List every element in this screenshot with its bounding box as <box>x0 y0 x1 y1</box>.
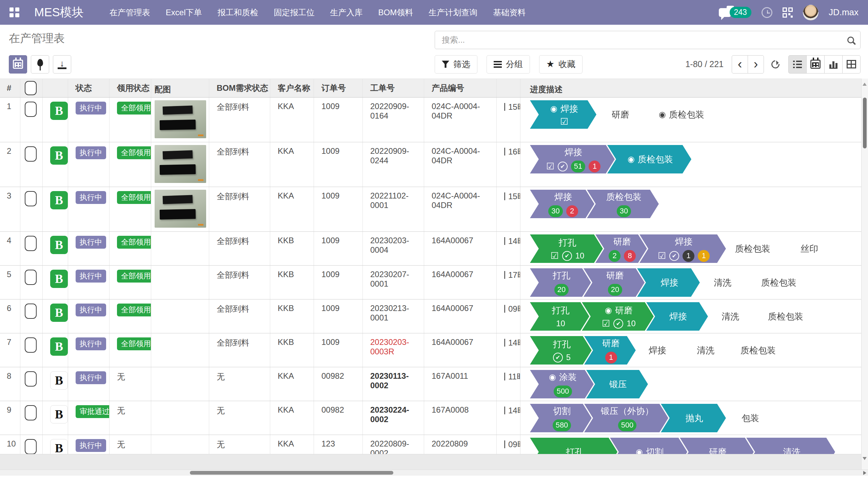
table-row[interactable]: 9B审批通过无无KKA0098220230224-0002167A000814时… <box>0 401 861 435</box>
process-step-chevron[interactable]: 锻压 <box>586 370 648 398</box>
chart-view-button[interactable] <box>824 55 843 74</box>
horizontal-scrollbar-thumb[interactable] <box>190 471 393 475</box>
search-box[interactable] <box>435 31 861 49</box>
process-step-chevron[interactable]: 打孔☑✔10 <box>530 234 603 263</box>
process-step-chevron[interactable]: 锻压（外协）500 <box>584 404 668 432</box>
product-photo[interactable] <box>155 145 206 183</box>
search-input[interactable] <box>441 35 847 45</box>
table-row[interactable]: 5B执行中全部领用全部到料KKB100920230207-0001164A000… <box>0 266 861 299</box>
menu-item-production-in[interactable]: 生产入库 <box>330 7 363 18</box>
process-step-chevron[interactable]: 研磨28 <box>595 234 647 263</box>
process-step-chevron[interactable]: 清洗 <box>692 268 751 297</box>
process-step-chevron[interactable]: 打孔20 <box>530 268 591 297</box>
export-button[interactable] <box>53 55 71 74</box>
process-step-chevron[interactable]: 打孔✔5 <box>530 336 592 365</box>
row-checkbox[interactable] <box>25 337 37 353</box>
scroll-right-arrow-icon[interactable] <box>863 471 866 475</box>
download-icon <box>58 60 66 69</box>
next-page-button[interactable]: › <box>748 55 764 74</box>
process-step-chevron[interactable]: 研磨1 <box>584 336 636 365</box>
table-row[interactable]: 1B执行中全部领用全部到料KKA100920220909-0164024C-A0… <box>0 98 861 142</box>
activity-clock-icon[interactable] <box>762 7 772 18</box>
table-row[interactable]: 6B执行中全部领用全部到料KKB100920230213-0001164A000… <box>0 299 861 333</box>
row-checkbox[interactable] <box>25 405 37 420</box>
apps-grid-icon[interactable] <box>9 7 19 17</box>
process-step-chevron[interactable]: 焊接☑✔511 <box>530 145 615 173</box>
process-step-chevron[interactable]: ◉研磨☑✔10 <box>582 302 654 331</box>
process-step-chevron[interactable]: 研磨20 <box>584 268 645 297</box>
pivot-view-button[interactable] <box>842 55 861 74</box>
row-checkbox[interactable] <box>25 146 37 162</box>
row-checkbox[interactable] <box>25 270 37 285</box>
process-step-chevron[interactable]: 研磨 <box>589 100 650 129</box>
process-step-chevron[interactable]: 清洗 <box>677 336 732 365</box>
table-row[interactable]: 7B执行中全部领用全部到料KKB100920230203-0003R164A00… <box>0 333 861 367</box>
process-step-chevron[interactable]: ◉质检包装 <box>607 145 691 173</box>
process-step-chevron[interactable]: 焊接302 <box>530 190 594 218</box>
table-row[interactable]: 2B执行中全部领用全部到料KKA100920220909-0244024C-A0… <box>0 142 861 187</box>
user-name[interactable]: JD.max <box>829 7 859 18</box>
user-avatar[interactable] <box>803 5 818 20</box>
list-view-button[interactable] <box>788 55 807 74</box>
row-checkbox[interactable] <box>25 191 37 206</box>
process-step-chevron[interactable]: 质检包装 <box>718 234 785 263</box>
vertical-scrollbar-thumb[interactable] <box>863 98 867 148</box>
search-icon[interactable] <box>847 37 854 43</box>
process-step-chevron[interactable]: 质检包装 <box>743 268 812 297</box>
calendar-view-switch-button[interactable] <box>806 55 825 74</box>
row-checkbox[interactable] <box>25 236 37 251</box>
refresh-icon[interactable] <box>770 59 781 70</box>
row-checkbox[interactable] <box>25 439 37 454</box>
process-step-chevron[interactable]: 焊接 <box>628 336 685 365</box>
process-step-chevron[interactable]: ◉焊接☑ <box>530 100 596 129</box>
process-step-chevron[interactable]: 打孔 <box>530 438 617 454</box>
horizontal-scrollbar[interactable] <box>0 470 868 476</box>
product-photo[interactable] <box>155 100 206 138</box>
vertical-scrollbar[interactable] <box>861 79 868 470</box>
process-step-chevron[interactable]: 抛丸 <box>661 404 726 432</box>
table-row[interactable]: 10B执行中无无KKA12320220809-00022022080909时打孔… <box>0 435 861 454</box>
menu-item-in-production[interactable]: 在产管理表 <box>110 7 150 18</box>
process-step-chevron[interactable]: ◉质检包装 <box>643 100 718 129</box>
process-step-chevron[interactable]: 清洗 <box>701 302 758 331</box>
favorites-button[interactable]: ★ 收藏 <box>539 55 583 74</box>
row-checkbox[interactable] <box>25 371 37 387</box>
process-step-chevron[interactable]: 质检包装 <box>725 336 790 365</box>
row-checkbox[interactable] <box>25 102 37 117</box>
table-row[interactable]: 4B执行中全部领用全部到料KKB100920230203-0004164A000… <box>0 232 861 266</box>
prev-page-button[interactable]: ‹ <box>732 55 748 74</box>
process-step-chevron[interactable]: ◉涂装500 <box>530 370 594 398</box>
process-step-chevron[interactable]: 研磨 <box>680 438 754 454</box>
process-step-chevron[interactable]: 焊接☑✔11 <box>639 234 726 263</box>
pin-button[interactable] <box>31 55 49 74</box>
process-step-chevron[interactable]: 包装 <box>718 404 780 432</box>
select-all-checkbox[interactable] <box>25 81 37 95</box>
menu-item-plan-query[interactable]: 生产计划查询 <box>429 7 477 18</box>
scroll-down-arrow-icon[interactable] <box>863 457 867 460</box>
product-photo[interactable] <box>155 190 206 228</box>
menu-item-base-data[interactable]: 基础资料 <box>493 7 526 18</box>
process-step-chevron[interactable]: 质检包装 <box>751 302 818 331</box>
process-step-chevron[interactable]: 焊接 <box>637 268 700 297</box>
menu-item-report-qc[interactable]: 报工和质检 <box>218 7 258 18</box>
process-step-chevron[interactable]: 切割580 <box>530 404 592 432</box>
customer-name: KKA <box>278 439 294 448</box>
process-step-chevron[interactable]: 打孔10 <box>530 302 589 331</box>
process-step-chevron[interactable]: 丝印 <box>777 234 839 263</box>
menu-item-bom-picking[interactable]: BOM领料 <box>378 7 413 18</box>
menu-item-fixed-station[interactable]: 固定报工位 <box>274 7 315 18</box>
row-checkbox[interactable] <box>25 304 37 319</box>
table-row[interactable]: 8B执行中无无KKA0098220230113-0002167A001111时◉… <box>0 367 861 401</box>
scroll-up-arrow-icon[interactable] <box>863 83 867 86</box>
process-step-chevron[interactable]: 质检包装30 <box>587 190 659 218</box>
table-row[interactable]: 3B执行中全部领用全部到料KKA100920221102-0001024C-A0… <box>0 187 861 232</box>
filter-button[interactable]: 筛选 <box>435 55 477 74</box>
process-step-chevron[interactable]: ◉切割 <box>610 438 687 454</box>
messages-button[interactable]: 243 <box>719 7 751 18</box>
calendar-view-button[interactable] <box>9 55 27 74</box>
qr-code-icon[interactable] <box>783 7 793 18</box>
group-by-button[interactable]: 分组 <box>487 55 530 74</box>
process-step-chevron[interactable]: 焊接 <box>646 302 708 331</box>
process-step-chevron[interactable]: 清洗 <box>746 438 835 454</box>
menu-item-excel-order[interactable]: Excel下单 <box>166 7 202 18</box>
